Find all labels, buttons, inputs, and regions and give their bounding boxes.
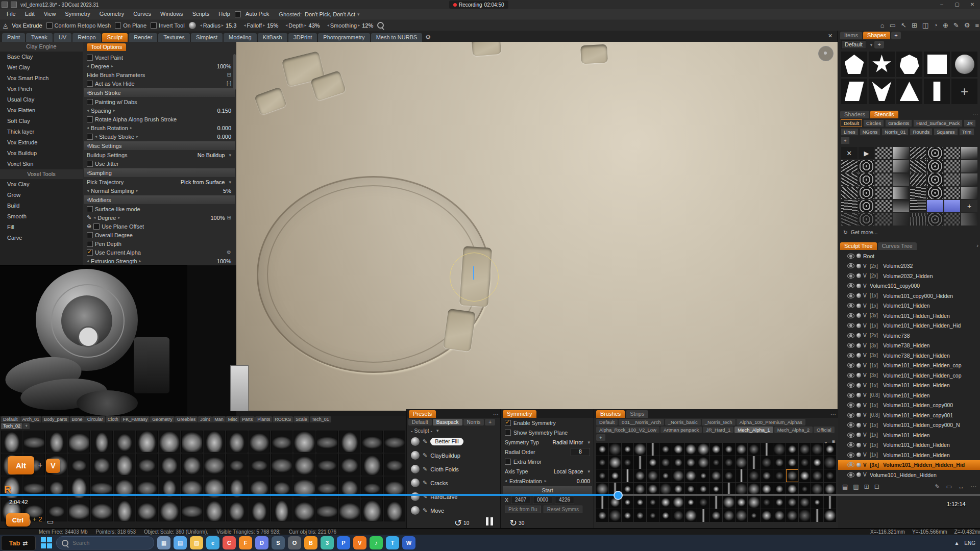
preset-item[interactable]: ✎ Better Fill (407, 435, 501, 448)
extra-rotation-value[interactable]: 0.000 (577, 478, 590, 484)
option-value[interactable]: 0.000 (217, 134, 231, 140)
shape-cell[interactable] (869, 79, 895, 104)
tree-tool-icon[interactable]: ▥ (853, 483, 859, 490)
brush-thumbnail[interactable] (748, 456, 760, 469)
workspace-settings-gear-icon[interactable]: ⚙ (425, 34, 431, 42)
brush-thumbnail[interactable] (672, 456, 684, 469)
sculpt-tree-row[interactable]: V [0.8] Volume101_Hidden (838, 390, 980, 400)
model-thumbnail[interactable] (136, 499, 158, 521)
tool-option-row[interactable]: ◂ Brush Rotation ▸ 0.000 (83, 123, 236, 132)
brush-thumbnail[interactable] (761, 496, 773, 509)
layer-name[interactable]: Volume101_Hidden_Hidden_Hid (883, 322, 961, 329)
brush-thumbnail[interactable] (786, 509, 798, 522)
model-category-tab[interactable]: Circular (85, 416, 105, 422)
tool-option-row[interactable]: Use Jitter (83, 159, 236, 168)
model-thumbnail[interactable] (339, 499, 360, 521)
sculpt-tree-row[interactable]: V [3x] Volume101_Hidden_Hidden (838, 311, 980, 321)
tool-list-item[interactable]: Vox Flatten (0, 105, 83, 116)
tool-list-item[interactable]: Vox Clay (0, 179, 83, 190)
menu-item[interactable]: File (2, 9, 20, 19)
brush-thumbnail[interactable] (647, 496, 659, 509)
brush-thumbnail[interactable] (596, 456, 608, 469)
option-value[interactable]: 100% (210, 215, 225, 221)
option-extra-icon[interactable]: ⊟ (227, 72, 231, 78)
spin-right-icon[interactable]: ▸ (130, 126, 132, 130)
shader-ball-icon[interactable] (856, 313, 861, 318)
stencil-thumbnail[interactable] (875, 187, 892, 199)
tool-param-spinner[interactable]: ◂ Depth ▸ 43% (285, 22, 320, 29)
brush-thumbnail[interactable] (786, 469, 798, 482)
stencil-thumbnail[interactable] (910, 173, 926, 186)
brush-thumbnail[interactable] (634, 496, 646, 509)
shader-ball-icon[interactable] (856, 264, 861, 268)
spin-left-icon[interactable]: ◂ (87, 188, 89, 193)
model-thumbnail[interactable] (204, 499, 225, 521)
model-thumbnail[interactable] (293, 431, 315, 453)
stencil-thumbnail[interactable] (893, 187, 909, 199)
auto-pick-checkbox[interactable] (235, 11, 241, 17)
brush-thumbnail[interactable] (786, 443, 798, 456)
layer-name[interactable]: Volume2032 (883, 263, 913, 269)
dock-close-icon[interactable]: ✕ (828, 33, 832, 39)
stencil-category[interactable]: JR (964, 119, 976, 127)
stencil-thumbnail[interactable] (927, 187, 943, 199)
sculpt-tree-row[interactable]: V [3x] Volume101_Hidden_Hidden_Hid (838, 460, 980, 470)
param-value[interactable]: 12% (362, 22, 373, 29)
shape-cell[interactable] (896, 79, 922, 104)
model-category-tab[interactable]: Tech_01 (310, 416, 331, 422)
preset-item[interactable]: ✎ Cracks (407, 476, 501, 490)
toggle-on-plane[interactable]: On Plane (115, 22, 146, 29)
tool-list-item[interactable]: Clay Engine (0, 42, 83, 52)
sculpt-tree-row[interactable]: V [2x] Volume2032_Hidden (838, 271, 980, 281)
brush-thumbnail[interactable] (736, 496, 748, 509)
shape-cell[interactable] (841, 52, 867, 77)
workspace-tab[interactable]: Paint (2, 33, 25, 42)
shader-ball-icon[interactable] (856, 254, 861, 258)
brush-thumbnail[interactable] (748, 509, 760, 522)
tree-tool-icon[interactable]: ▤ (842, 483, 848, 490)
brush-thumbnail[interactable] (710, 469, 722, 482)
stencil-category[interactable]: Norris_01 (881, 128, 909, 136)
stencil-thumbnail[interactable] (927, 147, 943, 159)
stencil-thumbnail[interactable] (841, 187, 857, 199)
layer-name[interactable]: Volume101_Hidden (883, 432, 930, 438)
tab-strips[interactable]: Strips (626, 410, 648, 418)
brush-thumbnail[interactable] (659, 456, 672, 469)
tool-option-row[interactable]: Hide Brush Parameters ⊟ (83, 70, 236, 79)
tool-option-row[interactable]: Rotate Alpha Along Brush Stroke (83, 115, 236, 123)
option-extra-icon[interactable]: ⊞ (227, 215, 231, 220)
model-thumbnail[interactable] (293, 499, 315, 521)
stencil-thumbnail[interactable] (927, 160, 943, 172)
brush-thumbnail[interactable] (634, 509, 646, 522)
brush-pack-tab[interactable]: Alpha_100_Premium_Alphas (737, 419, 805, 425)
spin-right-icon[interactable]: ▸ (139, 259, 141, 263)
shader-ball-icon[interactable] (856, 293, 861, 298)
brush-thumbnail[interactable] (685, 496, 697, 509)
visibility-eye-icon[interactable] (847, 263, 854, 268)
stencil-thumbnail[interactable] (875, 213, 892, 226)
layer-name[interactable]: Volume101_Hidden_Hidden_cop (883, 362, 962, 368)
coord-value[interactable]: 2407 (511, 496, 530, 504)
tool-list-item[interactable]: Build (0, 201, 83, 211)
taskbar-app-icon[interactable]: C (223, 536, 236, 549)
toggle-conform-retopo[interactable]: Conform Retopo Mesh (46, 22, 111, 29)
invert-tool-checkbox[interactable] (151, 22, 157, 29)
visibility-eye-icon[interactable] (847, 383, 854, 388)
model-category-tab[interactable]: Bone (70, 416, 85, 422)
brush-thumbnail[interactable] (697, 443, 709, 456)
spin-left-icon[interactable]: ◂ (327, 23, 329, 28)
stencil-category[interactable]: Trim (959, 128, 975, 136)
stencil-thumbnail[interactable] (875, 173, 892, 186)
workspace-tab[interactable]: Photogrammetry (318, 33, 370, 42)
brush-thumbnail[interactable] (659, 496, 672, 509)
stencil-thumbnail[interactable] (859, 213, 875, 226)
brush-thumbnail[interactable] (659, 509, 672, 522)
toolbar-icon[interactable]: ⚙ (964, 21, 970, 29)
tool-option-row[interactable]: Painting w/ Dabs (83, 97, 236, 106)
brush-thumbnail[interactable] (736, 443, 748, 456)
model-thumbnail[interactable] (249, 454, 270, 475)
visibility-eye-icon[interactable] (847, 283, 854, 288)
sculpt-tree-row[interactable]: V [2x] Volume738 (838, 331, 980, 341)
brush-thumbnail[interactable] (824, 509, 836, 522)
visibility-eye-icon[interactable] (847, 453, 854, 458)
